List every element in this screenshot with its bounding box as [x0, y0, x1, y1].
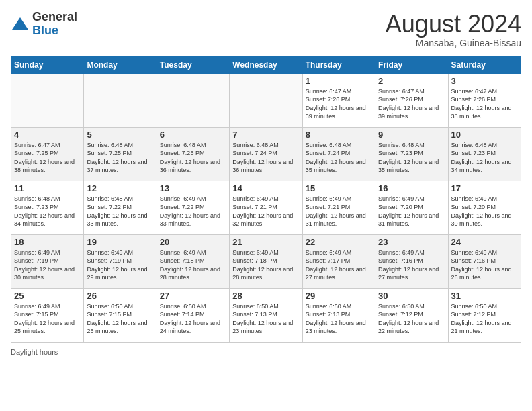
day-number: 6 — [160, 130, 226, 140]
day-info: Sunrise: 6:50 AMSunset: 7:12 PMDaylight:… — [451, 302, 518, 336]
calendar-body: 1Sunrise: 6:47 AMSunset: 7:26 PMDaylight… — [11, 73, 521, 342]
day-cell: 31Sunrise: 6:50 AMSunset: 7:12 PMDayligh… — [448, 288, 521, 342]
day-number: 15 — [306, 183, 372, 193]
day-info: Sunrise: 6:49 AMSunset: 7:16 PMDaylight:… — [378, 248, 445, 282]
logo-general: General — [32, 11, 77, 24]
day-number: 27 — [160, 291, 226, 301]
header-day-tuesday: Tuesday — [157, 56, 229, 73]
day-number: 8 — [306, 130, 372, 140]
day-number: 17 — [451, 183, 518, 193]
day-info: Sunrise: 6:49 AMSunset: 7:20 PMDaylight:… — [378, 195, 445, 228]
day-info: Sunrise: 6:48 AMSunset: 7:24 PMDaylight:… — [232, 141, 299, 175]
day-info: Sunrise: 6:50 AMSunset: 7:13 PMDaylight:… — [232, 302, 299, 336]
svg-marker-0 — [12, 17, 28, 30]
header-day-saturday: Saturday — [448, 56, 521, 73]
week-row-5: 25Sunrise: 6:49 AMSunset: 7:15 PMDayligh… — [11, 288, 521, 342]
logo-icon — [11, 15, 30, 34]
day-cell: 12Sunrise: 6:48 AMSunset: 7:22 PMDayligh… — [84, 181, 157, 234]
day-cell: 28Sunrise: 6:50 AMSunset: 7:13 PMDayligh… — [230, 288, 302, 342]
week-row-2: 4Sunrise: 6:47 AMSunset: 7:25 PMDaylight… — [11, 127, 521, 181]
day-info: Sunrise: 6:49 AMSunset: 7:17 PMDaylight:… — [306, 248, 372, 282]
day-cell: 10Sunrise: 6:48 AMSunset: 7:23 PMDayligh… — [448, 127, 521, 181]
day-cell: 7Sunrise: 6:48 AMSunset: 7:24 PMDaylight… — [230, 127, 302, 181]
day-info: Sunrise: 6:47 AMSunset: 7:26 PMDaylight:… — [378, 87, 445, 121]
day-cell: 21Sunrise: 6:49 AMSunset: 7:18 PMDayligh… — [230, 234, 302, 288]
week-row-1: 1Sunrise: 6:47 AMSunset: 7:26 PMDaylight… — [11, 73, 521, 127]
day-cell — [157, 73, 229, 127]
logo: General Blue — [11, 11, 77, 38]
day-number: 26 — [87, 291, 153, 301]
day-number: 28 — [232, 291, 299, 301]
day-cell: 16Sunrise: 6:49 AMSunset: 7:20 PMDayligh… — [375, 181, 448, 234]
day-cell: 26Sunrise: 6:50 AMSunset: 7:15 PMDayligh… — [84, 288, 157, 342]
logo-text: General Blue — [32, 11, 77, 38]
day-number: 11 — [14, 183, 81, 193]
day-info: Sunrise: 6:49 AMSunset: 7:19 PMDaylight:… — [14, 248, 81, 282]
day-number: 14 — [232, 183, 299, 193]
day-info: Sunrise: 6:49 AMSunset: 7:15 PMDaylight:… — [14, 302, 81, 336]
location-subtitle: Mansaba, Guinea-Bissau — [386, 38, 521, 48]
day-number: 1 — [306, 76, 372, 86]
day-cell: 30Sunrise: 6:50 AMSunset: 7:12 PMDayligh… — [375, 288, 448, 342]
day-cell: 23Sunrise: 6:49 AMSunset: 7:16 PMDayligh… — [375, 234, 448, 288]
calendar-header: SundayMondayTuesdayWednesdayThursdayFrid… — [11, 56, 521, 73]
footer-note: Daylight hours — [11, 348, 521, 356]
day-number: 10 — [451, 130, 518, 140]
day-number: 4 — [14, 130, 81, 140]
day-cell: 29Sunrise: 6:50 AMSunset: 7:13 PMDayligh… — [302, 288, 375, 342]
day-cell: 9Sunrise: 6:48 AMSunset: 7:23 PMDaylight… — [375, 127, 448, 181]
day-number: 7 — [232, 130, 299, 140]
day-cell: 1Sunrise: 6:47 AMSunset: 7:26 PMDaylight… — [302, 73, 375, 127]
day-info: Sunrise: 6:48 AMSunset: 7:25 PMDaylight:… — [87, 141, 153, 175]
day-cell: 27Sunrise: 6:50 AMSunset: 7:14 PMDayligh… — [157, 288, 229, 342]
page-header: General Blue August 2024 Mansaba, Guinea… — [11, 11, 521, 48]
day-cell: 2Sunrise: 6:47 AMSunset: 7:26 PMDaylight… — [375, 73, 448, 127]
day-number: 2 — [378, 76, 445, 86]
day-number: 13 — [160, 183, 226, 193]
day-info: Sunrise: 6:50 AMSunset: 7:14 PMDaylight:… — [160, 302, 226, 336]
week-row-4: 18Sunrise: 6:49 AMSunset: 7:19 PMDayligh… — [11, 234, 521, 288]
day-number: 24 — [451, 237, 518, 247]
header-day-sunday: Sunday — [11, 56, 84, 73]
day-cell: 14Sunrise: 6:49 AMSunset: 7:21 PMDayligh… — [230, 181, 302, 234]
day-info: Sunrise: 6:48 AMSunset: 7:24 PMDaylight:… — [306, 141, 372, 175]
day-cell: 15Sunrise: 6:49 AMSunset: 7:21 PMDayligh… — [302, 181, 375, 234]
day-info: Sunrise: 6:49 AMSunset: 7:19 PMDaylight:… — [87, 248, 153, 282]
day-cell: 5Sunrise: 6:48 AMSunset: 7:25 PMDaylight… — [84, 127, 157, 181]
day-number: 12 — [87, 183, 153, 193]
day-info: Sunrise: 6:49 AMSunset: 7:16 PMDaylight:… — [451, 248, 518, 282]
day-number: 29 — [306, 291, 372, 301]
day-number: 21 — [232, 237, 299, 247]
day-info: Sunrise: 6:47 AMSunset: 7:25 PMDaylight:… — [14, 141, 81, 175]
day-cell: 25Sunrise: 6:49 AMSunset: 7:15 PMDayligh… — [11, 288, 84, 342]
day-info: Sunrise: 6:49 AMSunset: 7:21 PMDaylight:… — [232, 195, 299, 228]
day-number: 16 — [378, 183, 445, 193]
day-cell — [84, 73, 157, 127]
day-info: Sunrise: 6:50 AMSunset: 7:15 PMDaylight:… — [87, 302, 153, 336]
day-cell: 13Sunrise: 6:49 AMSunset: 7:22 PMDayligh… — [157, 181, 229, 234]
header-day-wednesday: Wednesday — [230, 56, 302, 73]
day-number: 19 — [87, 237, 153, 247]
day-cell: 19Sunrise: 6:49 AMSunset: 7:19 PMDayligh… — [84, 234, 157, 288]
day-number: 20 — [160, 237, 226, 247]
day-info: Sunrise: 6:50 AMSunset: 7:13 PMDaylight:… — [306, 302, 372, 336]
day-cell: 11Sunrise: 6:48 AMSunset: 7:23 PMDayligh… — [11, 181, 84, 234]
day-info: Sunrise: 6:47 AMSunset: 7:26 PMDaylight:… — [306, 87, 372, 121]
day-info: Sunrise: 6:49 AMSunset: 7:18 PMDaylight:… — [232, 248, 299, 282]
day-info: Sunrise: 6:48 AMSunset: 7:23 PMDaylight:… — [14, 195, 81, 228]
day-info: Sunrise: 6:48 AMSunset: 7:25 PMDaylight:… — [160, 141, 226, 175]
logo-blue: Blue — [32, 24, 77, 38]
day-cell: 3Sunrise: 6:47 AMSunset: 7:26 PMDaylight… — [448, 73, 521, 127]
day-cell: 17Sunrise: 6:49 AMSunset: 7:20 PMDayligh… — [448, 181, 521, 234]
day-number: 25 — [14, 291, 81, 301]
day-cell: 22Sunrise: 6:49 AMSunset: 7:17 PMDayligh… — [302, 234, 375, 288]
day-info: Sunrise: 6:50 AMSunset: 7:12 PMDaylight:… — [378, 302, 445, 336]
day-cell — [11, 73, 84, 127]
day-number: 3 — [451, 76, 518, 86]
day-info: Sunrise: 6:48 AMSunset: 7:22 PMDaylight:… — [87, 195, 153, 228]
day-number: 22 — [306, 237, 372, 247]
header-day-thursday: Thursday — [302, 56, 375, 73]
day-number: 5 — [87, 130, 153, 140]
day-info: Sunrise: 6:48 AMSunset: 7:23 PMDaylight:… — [451, 141, 518, 175]
calendar-table: SundayMondayTuesdayWednesdayThursdayFrid… — [11, 56, 521, 342]
